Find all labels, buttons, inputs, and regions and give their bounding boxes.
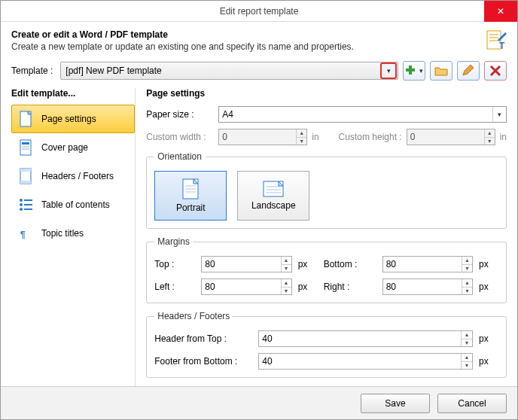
unit-px: px	[298, 282, 318, 292]
unit-px: px	[479, 333, 498, 344]
template-select-value: [pdf] New PDF template	[61, 65, 379, 76]
unit-in: in	[312, 132, 318, 142]
header-subtitle: Create a new template or update an exist…	[11, 41, 354, 52]
close-button[interactable]: ✕	[484, 1, 517, 22]
margin-top-label: Top :	[154, 259, 195, 269]
header-from-top-input[interactable]	[259, 333, 461, 344]
landscape-label: Landscape	[251, 200, 296, 211]
cover-page-icon	[19, 139, 34, 156]
delete-template-button[interactable]	[484, 61, 507, 81]
spinner-buttons[interactable]: ▲▼	[281, 279, 291, 294]
footer-from-bottom-label: Footer from Bottom :	[154, 356, 252, 367]
content-panel: Page settings Paper size : A4 ▾ Custom w…	[135, 88, 507, 389]
sidebar-item-page-settings[interactable]: Page settings	[11, 105, 135, 133]
portrait-label: Portrait	[176, 202, 206, 213]
pencil-icon	[462, 65, 475, 77]
margin-left-spinner[interactable]: ▲▼	[201, 278, 291, 295]
unit-px: px	[479, 259, 498, 269]
chevron-down-icon: ▾	[387, 67, 391, 75]
margin-right-input[interactable]	[383, 282, 462, 292]
custom-height-label: Custom height :	[339, 132, 402, 142]
content-heading: Page settings	[146, 88, 507, 99]
unit-in: in	[500, 132, 507, 142]
portrait-button[interactable]: Portrait	[154, 171, 227, 221]
save-button[interactable]: Save	[361, 394, 430, 413]
sidebar-heading: Edit template...	[11, 88, 135, 99]
template-header-icon: T	[486, 29, 507, 50]
header-title: Create or edit a Word / PDF template	[11, 29, 354, 40]
paper-size-select[interactable]: A4 ▾	[218, 106, 507, 123]
svg-rect-14	[22, 142, 29, 145]
margin-top-spinner[interactable]: ▲▼	[201, 256, 291, 272]
sidebar-item-headers-footers[interactable]: Headers / Footers	[11, 162, 135, 190]
landscape-page-icon	[263, 181, 284, 197]
custom-width-spinner: ▲▼	[218, 129, 307, 145]
unit-px: px	[479, 282, 498, 292]
footer-from-bottom-input[interactable]	[259, 356, 461, 367]
paper-size-value: A4	[222, 109, 233, 120]
window-title: Edit report template	[220, 6, 299, 17]
sidebar-item-topic-titles[interactable]: ¶ Topic titles	[11, 219, 135, 248]
sidebar: Edit template... Page settings Cover pag…	[11, 88, 135, 389]
svg-rect-19	[20, 181, 31, 184]
toc-icon	[19, 196, 34, 213]
margin-left-input[interactable]	[202, 282, 280, 292]
sidebar-item-label: Page settings	[41, 114, 96, 124]
margin-bottom-label: Bottom :	[324, 259, 376, 269]
svg-rect-18	[20, 169, 31, 172]
custom-width-input	[219, 132, 296, 142]
close-icon: ✕	[497, 6, 504, 17]
pilcrow-icon: ¶	[19, 225, 34, 242]
dialog-footer: Save Cancel	[1, 386, 517, 419]
unit-px: px	[479, 356, 498, 367]
spinner-buttons[interactable]: ▲▼	[462, 279, 472, 294]
header-from-top-label: Header from Top :	[154, 333, 252, 344]
orientation-legend: Orientation	[154, 151, 205, 162]
margins-legend: Margins	[154, 236, 193, 247]
margin-right-spinner[interactable]: ▲▼	[382, 278, 473, 295]
hf-legend: Headers / Footers	[154, 311, 233, 321]
svg-point-24	[20, 208, 23, 211]
margin-right-label: Right :	[324, 282, 376, 292]
plus-icon	[405, 65, 419, 77]
cancel-button[interactable]: Cancel	[437, 394, 507, 413]
header: Create or edit a Word / PDF template Cre…	[1, 22, 517, 56]
unit-px: px	[298, 259, 318, 269]
custom-width-label: Custom width :	[146, 132, 214, 142]
margin-bottom-spinner[interactable]: ▲▼	[382, 256, 473, 272]
spinner-buttons[interactable]: ▲▼	[462, 257, 472, 272]
svg-text:¶: ¶	[20, 230, 26, 240]
template-label: Template :	[11, 65, 53, 76]
add-template-button[interactable]: ▾	[403, 61, 425, 81]
template-row: Template : [pdf] New PDF template ▾ ▾	[1, 56, 517, 88]
page-icon	[19, 111, 34, 127]
margins-fieldset: Margins Top : ▲▼ px Bottom : ▲▼ px Left …	[146, 236, 507, 303]
svg-marker-8	[463, 65, 474, 75]
sidebar-item-cover-page[interactable]: Cover page	[11, 133, 135, 162]
folder-icon	[434, 65, 448, 77]
sidebar-item-table-of-contents[interactable]: Table of contents	[11, 190, 135, 219]
chevron-down-icon: ▾	[492, 107, 506, 122]
spinner-buttons[interactable]: ▲▼	[461, 354, 472, 369]
portrait-page-icon	[182, 178, 199, 199]
custom-height-spinner: ▲▼	[407, 129, 495, 145]
template-select[interactable]: [pdf] New PDF template ▾	[60, 62, 398, 80]
template-dropdown-button[interactable]: ▾	[380, 62, 397, 79]
svg-point-20	[20, 199, 23, 202]
headers-footers-icon	[19, 168, 34, 184]
sidebar-item-label: Topic titles	[41, 228, 84, 239]
margin-top-input[interactable]	[202, 259, 280, 269]
svg-text:T: T	[499, 41, 505, 50]
spinner-buttons[interactable]: ▲▼	[281, 257, 291, 272]
footer-from-bottom-spinner[interactable]: ▲▼	[258, 353, 473, 370]
sidebar-item-label: Cover page	[41, 142, 88, 153]
paper-size-label: Paper size :	[146, 109, 214, 120]
sidebar-item-label: Headers / Footers	[41, 171, 114, 181]
edit-template-button[interactable]	[457, 61, 480, 81]
header-from-top-spinner[interactable]: ▲▼	[258, 330, 473, 347]
spinner-buttons[interactable]: ▲▼	[461, 331, 472, 346]
open-folder-button[interactable]	[430, 61, 452, 81]
margin-bottom-input[interactable]	[383, 259, 462, 269]
landscape-button[interactable]: Landscape	[237, 171, 309, 221]
delete-icon	[489, 65, 501, 77]
